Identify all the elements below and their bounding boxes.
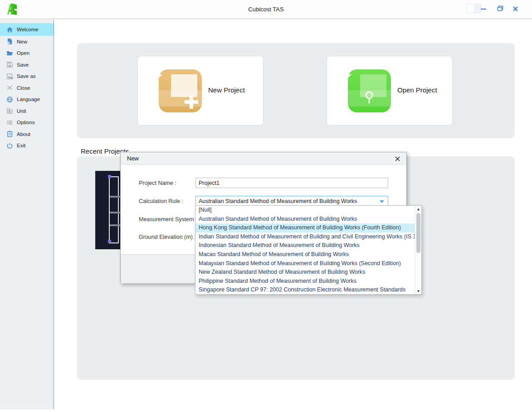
sidebar-item-save-as[interactable]: Save as (0, 71, 54, 82)
calculation-rule-combobox[interactable]: Australian Standard Method of Measuremen… (195, 196, 388, 206)
sidebar-item-options[interactable]: Options (0, 117, 54, 129)
dropdown-option[interactable]: Macao Standard Method of Measurement of … (195, 250, 415, 259)
chevron-down-icon (380, 200, 384, 203)
sidebar-item-label: Welcome (17, 27, 39, 32)
dropdown-option[interactable]: Australian Standard Method of Measuremen… (195, 215, 415, 224)
calculation-rule-value: Australian Standard Method of Measuremen… (199, 198, 357, 204)
unit-grid-icon (6, 107, 13, 115)
new-file-icon (6, 38, 13, 45)
open-project-button[interactable]: Open Project (327, 56, 453, 126)
sidebar-item-label: Language (17, 97, 40, 102)
restore-icon[interactable] (494, 4, 506, 14)
new-project-button[interactable]: New Project (137, 56, 264, 126)
calculation-rule-dropdown-list: [Null] Australian Standard Method of Mea… (195, 205, 422, 295)
sidebar-item-label: New (17, 39, 27, 44)
project-actions-panel: New Project Open Project (77, 43, 515, 138)
magnifier-icon (364, 91, 374, 105)
sidebar-item-label: Unit (17, 108, 26, 114)
sidebar-item-label: Options (17, 120, 35, 125)
dropdown-option[interactable]: Indian Standard Method of Measurement of… (195, 233, 415, 242)
scroll-down-icon[interactable]: ▼ (415, 288, 422, 294)
dropdown-option[interactable]: New Zealand Standard Method of Measureme… (195, 268, 415, 277)
calculation-rule-label: Calculation Rule : (139, 198, 183, 204)
scrollbar-thumb[interactable] (416, 213, 420, 253)
sidebar-item-unit[interactable]: Unit (0, 105, 54, 117)
minimize-icon[interactable] (478, 4, 489, 14)
sidebar-item-exit[interactable]: Exit (0, 140, 54, 152)
sidebar-item-label: Save as (17, 73, 36, 79)
home-icon (6, 26, 13, 33)
open-project-icon (348, 69, 391, 112)
dialog-close-icon[interactable] (393, 154, 402, 163)
dropdown-option[interactable]: Philippine Standard Method of Measuremen… (195, 277, 415, 286)
open-folder-icon (6, 49, 13, 57)
dropdown-option[interactable]: Indonesian Standard Method of Measuremen… (195, 241, 415, 250)
save-as-icon (6, 73, 13, 80)
plus-icon (185, 95, 198, 109)
globe-icon (6, 96, 13, 103)
dropdown-option[interactable]: [Null] (195, 206, 415, 215)
options-list-icon (6, 119, 13, 126)
sidebar-item-about[interactable]: About (0, 128, 54, 140)
project-name-input[interactable] (195, 178, 388, 188)
title-bar: Cubicost TAS (0, 0, 532, 19)
sidebar-item-new[interactable]: New (0, 36, 54, 48)
sidebar-item-label: Save (17, 62, 29, 68)
dropdown-option-highlighted[interactable]: Hong Kong Standard Method of Measurement… (195, 223, 415, 233)
project-name-label: Project Name : (139, 180, 176, 186)
sidebar-item-welcome[interactable]: Welcome (0, 23, 54, 36)
dialog-title: New (127, 155, 139, 162)
measurement-system-label: Measurement System : (139, 216, 197, 223)
close-icon[interactable] (509, 4, 521, 14)
power-icon (6, 142, 13, 149)
open-project-label: Open Project (397, 86, 437, 94)
about-clipboard-icon (6, 131, 13, 138)
dialog-title-bar[interactable]: New (121, 152, 406, 165)
dropdown-option[interactable]: Singapore Standard CP 97: 2002 Construct… (195, 286, 415, 295)
close-x-icon (6, 84, 13, 92)
sidebar-item-save[interactable]: Save (0, 59, 54, 71)
sidebar-item-close[interactable]: Close (0, 82, 54, 94)
sidebar-item-open[interactable]: Open (0, 48, 54, 59)
window-title: Cubicost TAS (0, 6, 532, 13)
dropdown-scrollbar[interactable]: ▲ ▼ (415, 206, 421, 294)
sidebar-item-language[interactable]: Language (0, 94, 54, 106)
new-project-icon (159, 69, 202, 112)
save-icon (6, 61, 13, 68)
dropdown-option[interactable]: Malaysian Standard Method of Measurement… (195, 259, 415, 268)
sidebar-item-label: About (17, 131, 30, 137)
sidebar-item-label: Close (17, 85, 30, 91)
sidebar: Welcome New Open Save Save as Close La (0, 19, 54, 409)
scroll-up-icon[interactable]: ▲ (415, 206, 422, 212)
recent-project-thumbnail[interactable] (95, 171, 122, 249)
sidebar-item-label: Open (17, 50, 29, 56)
new-project-label: New Project (208, 86, 245, 94)
ground-elevation-label: Ground Elevation (m) : (139, 234, 196, 240)
sidebar-item-label: Exit (17, 143, 25, 148)
